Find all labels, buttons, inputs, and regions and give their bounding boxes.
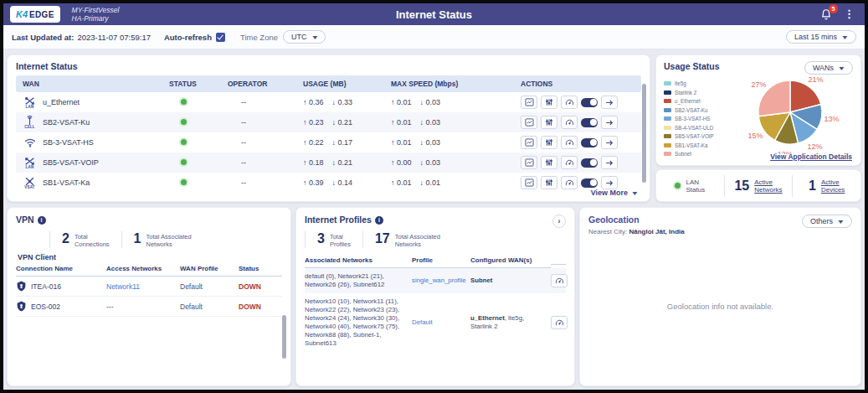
overflow-menu-button[interactable]: ⋮ xyxy=(844,10,855,18)
active-devices-link[interactable]: 1 Active Devices xyxy=(792,175,860,197)
usage-chart-button[interactable] xyxy=(521,116,537,129)
speed-test-button[interactable] xyxy=(561,136,578,149)
legend-label: SB5-VSAT-VOIP xyxy=(675,133,714,139)
status-up-indicator xyxy=(181,179,187,185)
stat-value: 1 xyxy=(134,231,141,246)
usage-pie-chart: 21%13%12%12%15%27% xyxy=(725,69,859,149)
stat-block: 1 Total AssociatedNetworks xyxy=(121,231,203,248)
connection-name[interactable]: ITEA-016 xyxy=(16,281,106,292)
profile-link[interactable]: single_wan_profile xyxy=(412,277,470,285)
notification-badge: 5 xyxy=(829,4,838,13)
screen-frame: K4 EDGE MY-FirstVessel HA-Primary Intern… xyxy=(0,0,868,393)
column-header: USAGE (MB) xyxy=(296,80,384,88)
view-more-button[interactable]: View More ▼ xyxy=(591,189,638,197)
wan-cell[interactable]: VSAT SB1-VSAT-Ka xyxy=(16,177,162,189)
vpn-scrollbar[interactable] xyxy=(282,315,286,359)
speed-test-button[interactable] xyxy=(561,156,578,169)
associated-networks: Network10 (10), Network11 (11), Network2… xyxy=(305,297,412,348)
usage-status-title: Usage Status xyxy=(664,61,720,71)
legend-swatch xyxy=(664,99,671,103)
speed-test-button[interactable] xyxy=(561,96,578,109)
time-zone-select[interactable]: UTC ▼ xyxy=(283,30,326,44)
wan-cell[interactable]: LAN u_Ethernet xyxy=(16,96,162,109)
speed-test-button[interactable] xyxy=(561,116,578,129)
wan-details-button[interactable] xyxy=(601,96,618,109)
usage-chart-button[interactable] xyxy=(521,96,537,109)
wan-enable-toggle[interactable] xyxy=(581,138,598,147)
access-networks[interactable]: Network11 xyxy=(106,282,180,291)
vpn-stats: 2 TotalConnections 1 Total AssociatedNet… xyxy=(49,231,282,248)
wan-details-button[interactable] xyxy=(601,156,618,169)
stat-value: 17 xyxy=(375,231,390,246)
wan-details-button[interactable] xyxy=(601,136,618,149)
active-devices-count: 1 xyxy=(809,178,816,194)
speed-test-button[interactable] xyxy=(551,316,568,329)
table-scrollbar[interactable] xyxy=(642,84,646,183)
expand-profiles-button[interactable]: › xyxy=(552,215,566,228)
legend-label: SB1-VSAT-Ka xyxy=(675,142,707,148)
stat-label: Total AssociatedNetworks xyxy=(395,231,440,248)
legend-swatch xyxy=(664,143,671,147)
auto-refresh-checkbox[interactable] xyxy=(216,33,225,42)
wan-profile: Default xyxy=(180,303,239,311)
pie-slice-label: 27% xyxy=(751,80,766,89)
usage-chart-button[interactable] xyxy=(521,136,537,149)
legend-item: u_Ethernet xyxy=(664,98,714,104)
legend-item: SB-3-VSAT-HS xyxy=(664,116,714,122)
connection-name[interactable]: EOS-002 xyxy=(16,301,106,312)
max-speed-value: ↑ 0.01↓ 0.01 xyxy=(384,178,514,187)
legend-swatch xyxy=(664,81,671,85)
column-header: Status xyxy=(239,265,282,277)
usage-chart-button[interactable] xyxy=(521,176,537,189)
internet-status-table-header: WANSTATUSOPERATORUSAGE (MB)MAX SPEED (Mb… xyxy=(16,75,641,92)
notifications-button[interactable]: 5 xyxy=(820,8,832,20)
status-up-indicator xyxy=(181,119,187,125)
configure-button[interactable] xyxy=(541,136,557,149)
table-row: EOS-002 --- Default DOWN xyxy=(16,297,282,317)
wan-enable-toggle[interactable] xyxy=(581,158,598,168)
legend-label: SB-4-VSAT-ULD xyxy=(675,125,713,131)
profiles-stats: 3 TotalProfiles 17 Total AssociatedNetwo… xyxy=(305,231,566,248)
configure-button[interactable] xyxy=(541,156,557,169)
wan-profile: Default xyxy=(180,282,239,291)
wan-enable-toggle[interactable] xyxy=(581,118,598,127)
configured-wans: u_Ethernet, lte5g, Starlink 2 xyxy=(470,314,551,331)
usage-chart-button[interactable] xyxy=(521,156,537,169)
table-row: SB-3-VSAT-HS -- ↑ 0.22↓ 0.17 ↑ 0.01↓ 0.0… xyxy=(16,132,641,153)
legend-item: SB1-VSAT-Ka xyxy=(664,142,714,148)
wan-details-button[interactable] xyxy=(601,176,618,189)
screen: K4 EDGE MY-FirstVessel HA-Primary Intern… xyxy=(3,3,865,390)
time-range-select[interactable]: Last 15 mins ▼ xyxy=(786,30,856,44)
stat-label: TotalConnections xyxy=(74,231,110,248)
profiles-table-body: default (0), Network21 (21), Network26 (… xyxy=(305,268,566,352)
configure-button[interactable] xyxy=(541,116,557,129)
vpn-table-header: Connection NameAccess NetworksWAN Profil… xyxy=(16,265,282,277)
info-icon[interactable]: i xyxy=(38,216,46,225)
wan-cell[interactable]: SB-3-VSAT-HS xyxy=(16,138,162,147)
associated-networks: default (0), Network21 (21), Network26 (… xyxy=(305,272,412,289)
wan-enable-toggle[interactable] xyxy=(581,178,598,188)
configure-button[interactable] xyxy=(541,96,557,109)
geolocation-filter-select[interactable]: Others ▼ xyxy=(802,215,852,228)
wan-cell[interactable]: CELL SB2-VSAT-Ku xyxy=(16,116,162,129)
active-networks-link[interactable]: 15 Active Networks xyxy=(724,175,793,197)
speed-test-button[interactable] xyxy=(551,274,568,287)
operator-value: -- xyxy=(221,98,296,106)
info-icon[interactable]: i xyxy=(375,216,383,225)
speed-test-button[interactable] xyxy=(561,176,578,189)
table-row: LAN u_Ethernet -- ↑ 0.36↓ 0.33 ↑ 0.01↓ 0… xyxy=(16,92,641,112)
lan-status-dot xyxy=(675,183,681,189)
stat-label: Total AssociatedNetworks xyxy=(146,231,192,248)
vpn-table-body: ITEA-016 Network11 Default DOWN EOS-002 … xyxy=(16,277,282,317)
wan-cell[interactable]: LAN SB5-VSAT-VOIP xyxy=(16,157,162,169)
column-header xyxy=(551,257,566,265)
profiles-table-header: Associated NetworksProfileConfigured WAN… xyxy=(305,253,566,268)
wan-enable-toggle[interactable] xyxy=(581,98,598,107)
wan-details-button[interactable] xyxy=(601,116,618,129)
table-row: LAN SB5-VSAT-VOIP -- ↑ 0.18↓ 0.21 ↑ 0.00… xyxy=(16,153,641,173)
profile-link[interactable]: Default xyxy=(412,318,470,327)
view-application-details-link[interactable]: View Application Details xyxy=(770,153,852,161)
pie-slice-label: 21% xyxy=(809,75,824,84)
configure-button[interactable] xyxy=(541,176,557,189)
max-speed-value: ↑ 0.01↓ 0.03 xyxy=(384,118,514,127)
